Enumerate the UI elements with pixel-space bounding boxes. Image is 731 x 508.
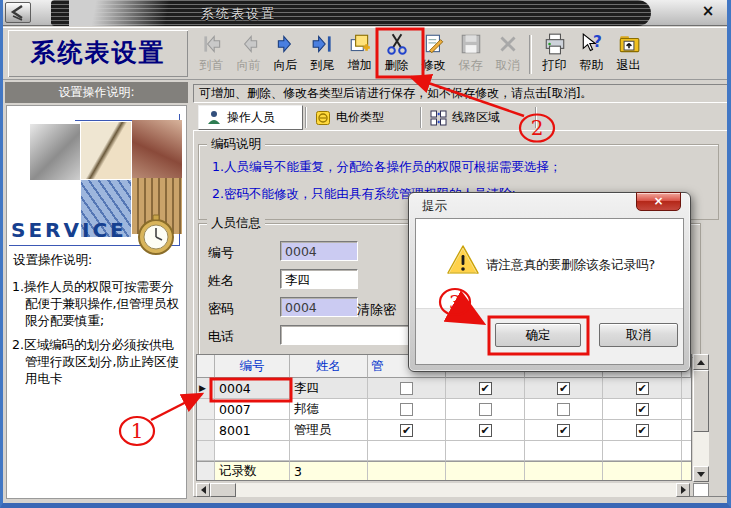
confirm-delete-dialog: 提示 请注意真的要删除该条记录吗? 确定 取消 (408, 192, 691, 372)
toolbar-save-button[interactable]: 保存 (452, 29, 489, 80)
toolbar-next-button[interactable]: 向后 (267, 29, 304, 80)
tab-line-regions[interactable]: 线路区域 (423, 105, 533, 130)
checkbox[interactable] (400, 403, 413, 416)
scroll-right-icon[interactable] (676, 483, 690, 497)
print-icon (536, 32, 573, 56)
toolbar-prev-button[interactable]: 向前 (230, 29, 267, 80)
go-next-icon (267, 32, 304, 56)
toolbar-exit-button[interactable]: 退出 (610, 29, 647, 80)
toolbar: 系统表设置 到首 向前 向后 到尾 增加 (3, 27, 727, 80)
hint-bar: 可增加、删除、修改各类型后请进行保存，如不保存修改，请点击[取消]。 (193, 84, 729, 103)
sidebar-note-2: 2.区域编码的划分必须按供电管理行政区划分,防止跨区使用电卡 (12, 336, 184, 387)
checkbox[interactable] (479, 382, 492, 395)
checkbox[interactable] (557, 382, 570, 395)
toolbar-last-button[interactable]: 到尾 (304, 29, 341, 80)
tab-separator (305, 107, 306, 128)
toolbar-cancel-button[interactable]: 取消 (489, 29, 526, 80)
toolbar-separator (529, 35, 532, 74)
app-icon[interactable] (5, 2, 31, 23)
title-stripes: 系统表设置 (51, 0, 651, 26)
row-selector (197, 420, 215, 441)
tab-separator (535, 107, 536, 128)
add-record-icon (341, 32, 378, 56)
toolbar-help-button[interactable]: ? 帮助 (573, 29, 610, 80)
table-row[interactable]: 0004 李四 (197, 378, 691, 399)
tab-separator (420, 107, 421, 128)
page-title: 系统表设置 (8, 30, 188, 77)
toolbar-modify-button[interactable]: 修改 (415, 29, 452, 80)
groupbox-title: 编码说明 (207, 136, 265, 153)
groupbox-title: 人员信息 (207, 215, 265, 232)
toolbar-buttons: 到首 向前 向后 到尾 增加 删除 (193, 29, 647, 80)
help-icon: ? (573, 32, 610, 56)
cancel-button[interactable]: 取消 (599, 323, 678, 347)
dialog-message: 请注意真的要删除该条记录吗? (486, 257, 655, 274)
collage-photo-tools (30, 124, 80, 180)
sidebar-section-title: 设置操作说明: (13, 252, 92, 269)
close-icon[interactable] (699, 3, 717, 21)
empty-table-row (197, 441, 691, 461)
go-last-icon (304, 32, 341, 56)
col-header-name[interactable]: 姓名 (290, 355, 368, 378)
scroll-down-icon[interactable] (693, 466, 709, 482)
modify-icon (415, 32, 452, 56)
password-label: 密码 (208, 300, 234, 318)
row-selector-header (197, 355, 215, 378)
name-field[interactable]: 李四 (280, 269, 358, 289)
vertical-scrollbar[interactable] (693, 354, 709, 482)
scroll-up-icon[interactable] (693, 354, 709, 370)
save-floppy-icon (452, 32, 489, 56)
sidebar: 设置操作说明: SERVICE 设置操作说明: 1.操作人员的权限可按需要分配便… (4, 81, 190, 501)
scroll-left-icon[interactable] (196, 483, 210, 497)
go-prev-icon (230, 32, 267, 56)
phone-label: 电话 (208, 328, 234, 346)
dialog-footer: 确定 取消 (416, 308, 683, 364)
table-row[interactable]: 8001 管理员 (197, 420, 691, 441)
toolbar-first-button[interactable]: 到首 (193, 29, 230, 80)
current-row-marker (197, 378, 215, 399)
line-region-icon (430, 110, 447, 126)
tab-operators[interactable]: 操作人员 (198, 105, 303, 130)
vertical-scroll-thumb[interactable] (693, 370, 709, 432)
record-count-label: 记录数 (215, 461, 290, 480)
checkbox[interactable] (636, 382, 649, 395)
toolbar-print-button[interactable]: 打印 (536, 29, 573, 80)
col-header-code[interactable]: 编号 (215, 355, 290, 378)
checkbox[interactable] (479, 424, 492, 437)
table-row[interactable]: 0007 邦德 (197, 399, 691, 420)
checkbox[interactable] (400, 382, 413, 395)
checkbox[interactable] (479, 403, 492, 416)
service-logo: SERVICE (11, 218, 127, 242)
password-field[interactable]: 0004 (280, 297, 358, 317)
go-first-icon (193, 32, 230, 56)
tab-price-types[interactable]: 电价类型 (308, 105, 418, 130)
collage-photo-hardware (132, 120, 182, 178)
ok-button[interactable]: 确定 (495, 323, 581, 347)
scrollbar-corner (693, 483, 709, 497)
horizontal-scroll-thumb[interactable] (210, 483, 236, 497)
cancel-x-icon (489, 32, 526, 56)
horizontal-scrollbar[interactable] (196, 483, 690, 497)
checkbox[interactable] (400, 424, 413, 437)
warning-icon (446, 244, 480, 276)
delete-scissors-icon (378, 32, 415, 56)
sidebar-header: 设置操作说明: (5, 82, 188, 103)
app-window: 系统表设置 系统表设置 到首 向前 向后 到尾 (0, 0, 731, 508)
record-count-row: 记录数 3 (197, 461, 691, 480)
id-field[interactable]: 0004 (280, 241, 358, 261)
operator-person-icon (206, 110, 222, 126)
checkbox[interactable] (636, 403, 649, 416)
dialog-close-icon[interactable] (636, 192, 681, 211)
checkbox[interactable] (557, 424, 570, 437)
window-title: 系统表设置 (201, 5, 276, 23)
toolbar-delete-button[interactable]: 删除 (378, 29, 415, 80)
checkbox[interactable] (557, 403, 570, 416)
id-label: 编号 (208, 244, 234, 262)
pocket-watch-icon (134, 213, 178, 257)
checkbox[interactable] (636, 424, 649, 437)
name-label: 姓名 (208, 272, 234, 290)
clear-password-button[interactable]: 清除密 (357, 301, 396, 319)
toolbar-add-button[interactable]: 增加 (341, 29, 378, 80)
price-type-icon (315, 110, 331, 126)
collage-photo-pen (81, 122, 131, 179)
